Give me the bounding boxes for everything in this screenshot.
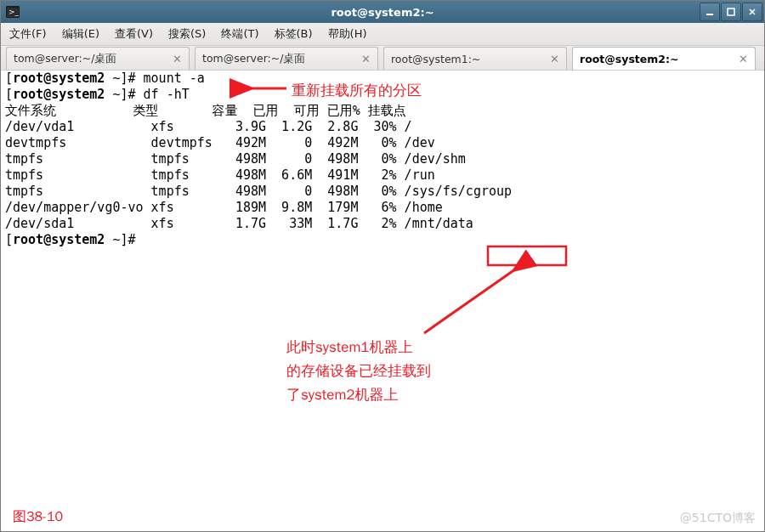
svg-rect-3 — [706, 14, 713, 15]
menu-view[interactable]: 查看(V) — [115, 26, 153, 42]
terminal-icon: >_ — [4, 3, 21, 20]
tab-1[interactable]: tom@server:~/桌面✕ — [195, 47, 378, 70]
maximize-button[interactable] — [721, 3, 741, 21]
tab-0[interactable]: tom@server:~/桌面✕ — [6, 47, 190, 70]
menu-edit[interactable]: 编辑(E) — [62, 26, 99, 42]
annotation-mntdata-l1: 此时system1机器上 — [286, 336, 431, 359]
menu-search[interactable]: 搜索(S) — [168, 26, 206, 42]
tab-label: tom@server:~/桌面 — [14, 52, 167, 66]
figure-label: 图38-10 — [13, 508, 63, 526]
menubar: 文件(F) 编辑(E) 查看(V) 搜索(S) 终端(T) 标签(B) 帮助(H… — [1, 23, 764, 46]
tab-3[interactable]: root@system2:~✕ — [572, 47, 756, 70]
tab-2[interactable]: root@system1:~✕ — [383, 47, 567, 70]
menu-terminal[interactable]: 终端(T) — [221, 26, 258, 42]
svg-rect-4 — [728, 8, 734, 15]
menu-tabs[interactable]: 标签(B) — [275, 26, 313, 42]
tab-label: tom@server:~/桌面 — [202, 52, 356, 66]
menu-help[interactable]: 帮助(H) — [328, 26, 367, 42]
tab-close-icon[interactable]: ✕ — [550, 53, 559, 65]
tab-close-icon[interactable]: ✕ — [739, 53, 748, 65]
annotation-mntdata-l3: 了system2机器上 — [286, 383, 431, 407]
close-button[interactable] — [742, 3, 762, 21]
tab-close-icon[interactable]: ✕ — [173, 53, 182, 65]
watermark: @51CTO博客 — [680, 511, 756, 526]
tab-bar: tom@server:~/桌面✕ tom@server:~/桌面✕ root@s… — [1, 46, 764, 71]
window-titlebar: >_ root@system2:~ — [1, 1, 764, 23]
terminal[interactable]: [root@system2 ~]# mount -a [root@system2… — [5, 71, 763, 530]
minimize-button[interactable] — [700, 3, 720, 21]
svg-text:>_: >_ — [8, 8, 20, 16]
tab-label: root@system1:~ — [391, 53, 545, 65]
window-title: root@system2:~ — [331, 6, 434, 19]
annotation-mount: 重新挂载所有的分区 — [292, 81, 422, 100]
tab-label: root@system2:~ — [580, 53, 734, 65]
tab-close-icon[interactable]: ✕ — [361, 53, 371, 65]
annotation-mntdata-l2: 的存储设备已经挂载到 — [286, 359, 431, 383]
window-buttons — [700, 3, 762, 21]
annotation-mntdata: 此时system1机器上 的存储设备已经挂载到 了system2机器上 — [286, 336, 431, 407]
menu-file[interactable]: 文件(F) — [9, 26, 47, 42]
